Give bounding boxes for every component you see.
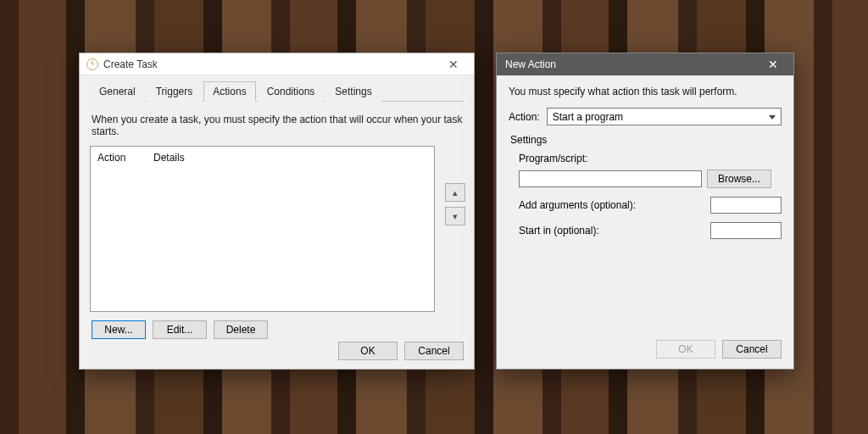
create-task-footer: OK Cancel xyxy=(338,342,464,360)
create-task-tabs: General Triggers Actions Conditions Sett… xyxy=(90,81,464,102)
tab-conditions[interactable]: Conditions xyxy=(258,81,325,102)
close-button[interactable]: ✕ xyxy=(435,54,472,75)
reorder-buttons: ▴ ▾ xyxy=(445,183,465,225)
new-action-button[interactable]: New... xyxy=(92,320,146,339)
edit-action-button[interactable]: Edit... xyxy=(153,320,207,339)
chevron-up-icon: ▴ xyxy=(453,187,458,198)
new-action-body: You must specify what action this task w… xyxy=(497,75,793,369)
actions-help-text: When you create a task, you must specify… xyxy=(92,114,464,137)
tab-settings[interactable]: Settings xyxy=(326,81,381,102)
close-button[interactable]: ✕ xyxy=(754,54,792,75)
close-icon: ✕ xyxy=(448,58,459,71)
create-task-title: Create Task xyxy=(103,58,158,70)
start-in-input[interactable] xyxy=(710,222,782,239)
tab-actions[interactable]: Actions xyxy=(203,81,255,102)
program-script-input[interactable] xyxy=(519,170,702,187)
actions-list[interactable]: Action Details xyxy=(90,146,435,312)
browse-button[interactable]: Browse... xyxy=(707,170,771,188)
start-in-label: Start in (optional): xyxy=(519,225,705,236)
move-down-button[interactable]: ▾ xyxy=(445,207,465,225)
tab-general[interactable]: General xyxy=(90,81,145,102)
settings-group: Program/script: Browse... Add arguments … xyxy=(519,153,782,239)
new-action-dialog: New Action ✕ You must specify what actio… xyxy=(496,53,794,370)
settings-group-label: Settings xyxy=(510,134,782,146)
create-task-dialog: Create Task ✕ General Triggers Actions C… xyxy=(79,53,475,370)
arguments-label: Add arguments (optional): xyxy=(519,199,705,211)
new-action-title: New Action xyxy=(505,58,556,70)
close-icon: ✕ xyxy=(768,58,778,71)
create-task-titlebar: Create Task ✕ xyxy=(80,53,474,75)
action-label: Action: xyxy=(509,111,540,123)
column-details: Details xyxy=(153,152,427,164)
new-action-description: You must specify what action this task w… xyxy=(509,86,782,97)
column-action: Action xyxy=(97,152,153,164)
tab-triggers[interactable]: Triggers xyxy=(147,81,203,102)
create-task-body: General Triggers Actions Conditions Sett… xyxy=(80,75,474,369)
ok-button[interactable]: OK xyxy=(338,342,398,360)
new-action-titlebar: New Action ✕ xyxy=(497,53,793,75)
chevron-down-icon: ▾ xyxy=(453,211,458,222)
new-action-footer: OK Cancel xyxy=(656,340,782,359)
cancel-button[interactable]: Cancel xyxy=(722,340,782,359)
actions-tab-page: When you create a task, you must specify… xyxy=(90,102,464,339)
move-up-button[interactable]: ▴ xyxy=(445,183,465,202)
clock-icon xyxy=(86,58,98,70)
program-script-label: Program/script: xyxy=(519,153,782,164)
arguments-input[interactable] xyxy=(710,197,782,214)
action-row: Action: Start a program xyxy=(509,108,782,125)
actions-list-header: Action Details xyxy=(91,147,434,169)
cancel-button[interactable]: Cancel xyxy=(404,342,464,360)
ok-button[interactable]: OK xyxy=(656,340,715,359)
delete-action-button[interactable]: Delete xyxy=(214,320,268,339)
action-select[interactable]: Start a program xyxy=(547,108,782,125)
action-select-value: Start a program xyxy=(553,111,623,123)
actions-button-row: New... Edit... Delete xyxy=(92,320,464,339)
